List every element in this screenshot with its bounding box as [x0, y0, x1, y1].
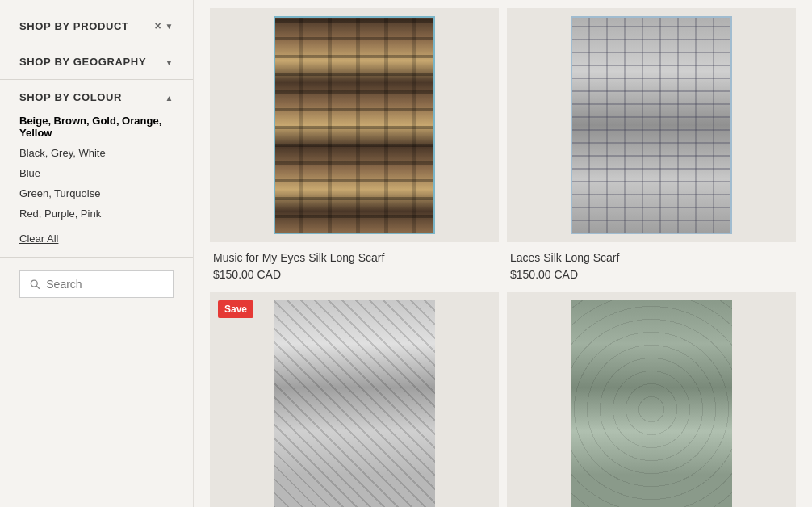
- shop-by-product-header[interactable]: SHOP BY PRODUCT: [19, 19, 174, 32]
- product-card-3[interactable]: Save: [210, 292, 499, 507]
- svg-line-1: [36, 286, 39, 288]
- product-price-2: $150.00 CAD: [510, 268, 793, 281]
- search-section: [0, 258, 193, 311]
- scarf-image-3: [274, 300, 435, 507]
- times-icon[interactable]: [155, 19, 162, 32]
- shop-by-product-section: SHOP BY PRODUCT: [0, 8, 193, 44]
- shop-by-product-label: SHOP BY PRODUCT: [19, 20, 129, 32]
- search-box: [19, 270, 174, 298]
- product-image-container-4: [507, 292, 796, 507]
- chevron-down-icon[interactable]: [165, 20, 174, 31]
- colour-options-list: Beige, Brown, Gold, Orange, Yellow Black…: [19, 115, 174, 220]
- chevron-up-icon-colour[interactable]: [165, 92, 174, 103]
- shop-by-colour-icons: [165, 92, 174, 103]
- search-input[interactable]: [46, 278, 163, 291]
- shop-by-product-icons: [155, 19, 174, 32]
- product-image-container-3: Save: [210, 292, 499, 507]
- main-content: Music for My Eyes Silk Long Scarf $150.0…: [194, 0, 812, 507]
- product-image-container-1: [210, 8, 499, 242]
- shop-by-colour-header[interactable]: SHOP BY COLOUR: [19, 91, 174, 103]
- shop-by-geography-label: SHOP BY GEOGRAPHY: [19, 56, 146, 68]
- save-badge-3[interactable]: Save: [218, 300, 253, 318]
- colour-option-beige[interactable]: Beige, Brown, Gold, Orange, Yellow: [19, 115, 174, 139]
- colour-option-black[interactable]: Black, Grey, White: [19, 147, 174, 159]
- product-card-4[interactable]: [507, 292, 796, 507]
- scarf-image-1: [274, 16, 435, 234]
- product-name-1: Music for My Eyes Silk Long Scarf: [213, 250, 496, 265]
- shop-by-geography-section: SHOP BY GEOGRAPHY: [0, 44, 193, 80]
- product-card-music-for-my-eyes[interactable]: Music for My Eyes Silk Long Scarf $150.0…: [210, 8, 499, 284]
- product-card-laces[interactable]: Laces Silk Long Scarf $150.00 CAD: [507, 8, 796, 284]
- chevron-down-icon-geography[interactable]: [165, 57, 174, 68]
- colour-option-green[interactable]: Green, Turquoise: [19, 187, 174, 199]
- shop-by-colour-section: SHOP BY COLOUR Beige, Brown, Gold, Orang…: [0, 80, 193, 258]
- search-icon: [30, 279, 40, 290]
- scarf-image-2: [571, 16, 732, 234]
- product-info-1: Music for My Eyes Silk Long Scarf $150.0…: [210, 242, 499, 284]
- shop-by-geography-icons: [165, 57, 174, 68]
- shop-by-geography-header[interactable]: SHOP BY GEOGRAPHY: [19, 56, 174, 68]
- scarf-image-4: [571, 300, 732, 507]
- colour-option-red[interactable]: Red, Purple, Pink: [19, 207, 174, 220]
- product-grid: Music for My Eyes Silk Long Scarf $150.0…: [202, 0, 804, 507]
- product-info-2: Laces Silk Long Scarf $150.00 CAD: [507, 242, 796, 284]
- clear-all-button[interactable]: Clear All: [19, 233, 58, 245]
- shop-by-colour-label: SHOP BY COLOUR: [19, 91, 122, 103]
- product-image-container-2: [507, 8, 796, 242]
- product-price-1: $150.00 CAD: [213, 268, 496, 281]
- colour-option-blue[interactable]: Blue: [19, 167, 174, 179]
- product-name-2: Laces Silk Long Scarf: [510, 250, 793, 265]
- sidebar: SHOP BY PRODUCT SHOP BY GEOGRAPHY SHOP B…: [0, 0, 194, 507]
